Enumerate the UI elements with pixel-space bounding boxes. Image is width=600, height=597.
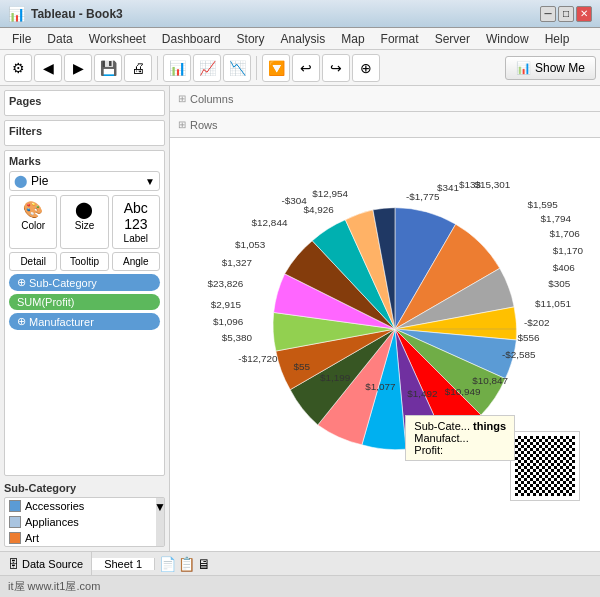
add-sheet-btn[interactable]: 📄: [159, 556, 176, 572]
pill3-label: Manufacturer: [29, 316, 94, 328]
present-btn[interactable]: 🖥: [197, 556, 211, 572]
back-button[interactable]: ◀: [34, 54, 62, 82]
chart-btn1[interactable]: 📊: [163, 54, 191, 82]
svg-text:$1,595: $1,595: [527, 199, 558, 210]
angle-button[interactable]: Angle: [112, 252, 160, 271]
forward-button[interactable]: ▶: [64, 54, 92, 82]
sum-profit-pill[interactable]: SUM(Profit): [9, 294, 160, 310]
qr-pattern: [515, 436, 575, 496]
svg-text:$55: $55: [294, 361, 311, 372]
title-bar: 📊 Tableau - Book3 ─ □ ✕: [0, 0, 600, 28]
pages-section: Pages: [4, 90, 165, 116]
scroll-bar[interactable]: ▼: [156, 498, 164, 546]
color-label: Color: [21, 220, 45, 231]
item-label: Appliances: [25, 516, 79, 528]
menu-item-help[interactable]: Help: [537, 30, 578, 48]
menu-item-file[interactable]: File: [4, 30, 39, 48]
redo-button[interactable]: ↪: [322, 54, 350, 82]
svg-text:$1,794: $1,794: [541, 213, 572, 224]
svg-text:$15,301: $15,301: [474, 179, 510, 190]
undo-button[interactable]: ↩: [292, 54, 320, 82]
rows-label: Rows: [190, 119, 218, 131]
size-icon: ⬤: [75, 200, 93, 219]
svg-text:$406: $406: [553, 262, 576, 273]
minimize-button[interactable]: ─: [540, 6, 556, 22]
filter-btn[interactable]: 🔽: [262, 54, 290, 82]
svg-text:$12,954: $12,954: [312, 188, 348, 199]
detail-button[interactable]: Detail: [9, 252, 57, 271]
size-button[interactable]: ⬤ Size: [60, 195, 108, 249]
right-content: ⊞ Columns ⊞ Rows: [170, 86, 600, 551]
status-text: it屋 www.it1屋.com: [8, 579, 100, 594]
svg-text:$1,077: $1,077: [365, 381, 396, 392]
menu-item-worksheet[interactable]: Worksheet: [81, 30, 154, 48]
menu-item-window[interactable]: Window: [478, 30, 537, 48]
label-button[interactable]: Abc123 Label: [112, 195, 160, 249]
tooltip-subcat: Sub-Cate... things: [414, 420, 506, 432]
pill1-label: Sub-Category: [29, 277, 97, 289]
svg-text:$1,170: $1,170: [553, 245, 584, 256]
chart-area: -$1,775 $341 $133 $15,301 $1,595 $1,794 …: [170, 138, 600, 551]
svg-text:$4,926: $4,926: [303, 204, 334, 215]
color-button[interactable]: 🎨 Color: [9, 195, 57, 249]
print-button[interactable]: 🖨: [124, 54, 152, 82]
svg-text:$1,706: $1,706: [549, 228, 580, 239]
maximize-button[interactable]: □: [558, 6, 574, 22]
show-me-button[interactable]: 📊 Show Me: [505, 56, 596, 80]
dropdown-arrow-icon: ▼: [145, 176, 155, 187]
menu-item-analysis[interactable]: Analysis: [273, 30, 334, 48]
window-title: Tableau - Book3: [31, 7, 540, 21]
show-me-label: Show Me: [535, 61, 585, 75]
svg-text:-$12,720: -$12,720: [238, 353, 278, 364]
toolbar-separator: [157, 56, 158, 80]
sub-cat-list: Accessories Appliances Art ▼: [4, 497, 165, 547]
manufacturer-pill[interactable]: ⊕ Manufacturer: [9, 313, 160, 330]
save-button[interactable]: 💾: [94, 54, 122, 82]
marks-type-selector[interactable]: ⬤ Pie ▼: [9, 171, 160, 191]
sub-category-pill[interactable]: ⊕ Sub-Category: [9, 274, 160, 291]
columns-label: Columns: [190, 93, 233, 105]
svg-text:$2,915: $2,915: [211, 299, 242, 310]
tooltip-button[interactable]: Tooltip: [60, 252, 108, 271]
svg-text:$1,053: $1,053: [235, 239, 266, 250]
columns-shelf[interactable]: ⊞ Columns: [170, 86, 600, 112]
item-label: Art: [25, 532, 39, 544]
list-item[interactable]: Appliances: [5, 514, 156, 530]
chart-btn2[interactable]: 📈: [193, 54, 221, 82]
sheet1-tab[interactable]: Sheet 1: [92, 558, 155, 570]
duplicate-sheet-btn[interactable]: 📋: [178, 556, 195, 572]
list-item[interactable]: Accessories: [5, 498, 156, 514]
menu-item-format[interactable]: Format: [373, 30, 427, 48]
color-swatch: [9, 500, 21, 512]
svg-text:-$2,585: -$2,585: [502, 349, 536, 360]
menu-item-data[interactable]: Data: [39, 30, 80, 48]
tab-controls: 📄 📋 🖥: [159, 556, 211, 572]
svg-text:$10,949: $10,949: [445, 386, 481, 397]
rows-shelf[interactable]: ⊞ Rows: [170, 112, 600, 138]
label-label: Label: [124, 233, 148, 244]
pie-icon: ⬤: [14, 174, 27, 188]
menu-item-map[interactable]: Map: [333, 30, 372, 48]
marks-label: Marks: [9, 155, 160, 167]
svg-text:$23,826: $23,826: [207, 278, 243, 289]
color-icon: 🎨: [23, 200, 43, 219]
filters-section: Filters: [4, 120, 165, 146]
extra-btn[interactable]: ⊕: [352, 54, 380, 82]
new-button[interactable]: ⚙: [4, 54, 32, 82]
close-button[interactable]: ✕: [576, 6, 592, 22]
menu-item-server[interactable]: Server: [427, 30, 478, 48]
svg-text:-$1,775: -$1,775: [406, 191, 440, 202]
chart-btn3[interactable]: 📉: [223, 54, 251, 82]
plus-icon: ⊕: [17, 276, 26, 289]
menu-item-story[interactable]: Story: [229, 30, 273, 48]
filters-label: Filters: [9, 125, 160, 137]
marks-section: Marks ⬤ Pie ▼ 🎨 Color ⬤ Size Abc123: [4, 150, 165, 476]
data-source-tab[interactable]: 🗄 Data Source: [0, 552, 92, 575]
list-item[interactable]: Art: [5, 530, 156, 546]
menu-item-dashboard[interactable]: Dashboard: [154, 30, 229, 48]
chart-icon: 📊: [516, 61, 531, 75]
window-controls: ─ □ ✕: [540, 6, 592, 22]
sub-category-section: Sub-Category Accessories Appliances Art: [4, 482, 165, 547]
main-area: Pages Filters Marks ⬤ Pie ▼ 🎨 Color: [0, 86, 600, 551]
tooltip-label: Tooltip: [70, 256, 99, 267]
